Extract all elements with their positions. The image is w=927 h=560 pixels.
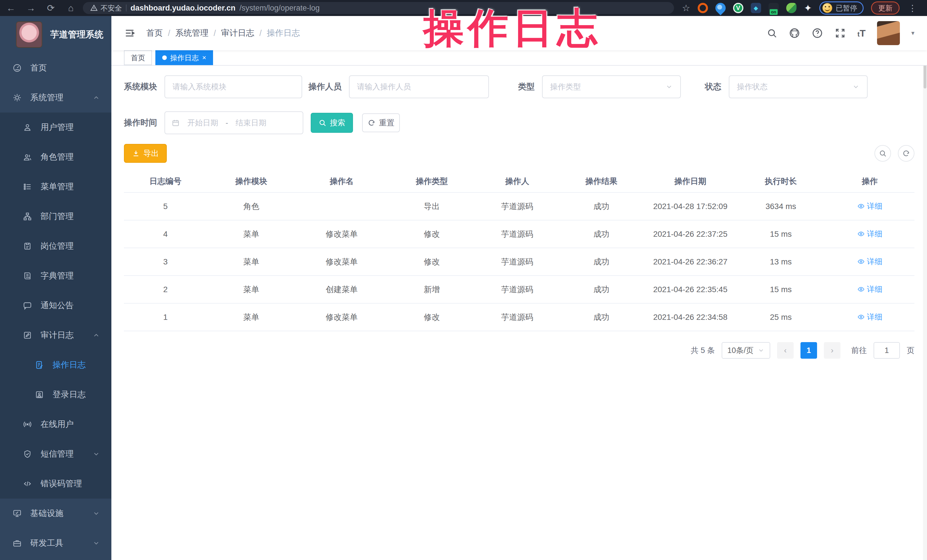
cell-operator: 芋道源码 <box>476 220 559 248</box>
sidebar-item-operate-log[interactable]: 操作日志 <box>0 350 111 380</box>
sidebar-item-infra[interactable]: 基础设施 <box>0 499 111 528</box>
tag-close-icon[interactable]: × <box>202 54 206 62</box>
operator-label: 操作人员 <box>308 81 342 93</box>
sidebar-item-label: 菜单管理 <box>41 181 74 193</box>
fullscreen-icon[interactable] <box>834 27 846 39</box>
detail-link[interactable]: 详细 <box>857 256 883 267</box>
sidebar-item-notices[interactable]: 通知公告 <box>0 291 111 320</box>
sidebar-logo[interactable]: 芋道管理系统 <box>0 16 111 53</box>
address-bar[interactable]: 不安全 dashboard.yudao.iocoder.cn /system/l… <box>83 2 674 14</box>
sidebar-item-menus[interactable]: 菜单管理 <box>0 172 111 202</box>
search-button[interactable]: 搜索 <box>311 113 353 133</box>
caret-down-icon[interactable]: ▾ <box>911 29 915 37</box>
page-1-button[interactable]: 1 <box>801 342 817 359</box>
sidebar-item-devtools[interactable]: 研发工具 <box>0 528 111 558</box>
reset-button[interactable]: 重置 <box>362 113 400 132</box>
status-select[interactable]: 操作状态 <box>729 75 868 98</box>
col-operator: 操作人 <box>476 170 559 193</box>
sidebar-item-home[interactable]: 首页 <box>0 53 111 83</box>
breadcrumb-home[interactable]: 首页 <box>146 27 163 39</box>
extension-leaf-icon[interactable] <box>786 3 796 13</box>
sidebar-item-roles[interactable]: 角色管理 <box>0 142 111 172</box>
extension-puzzle-icon[interactable]: ✦ <box>804 2 812 14</box>
extension-pin-icon[interactable] <box>713 1 728 15</box>
home-icon[interactable]: ⌂ <box>65 0 76 16</box>
cell-date: 2021-04-26 22:34:58 <box>644 303 737 331</box>
sidebar-item-audit-log[interactable]: 审计日志 <box>0 320 111 350</box>
hamburger-icon[interactable] <box>124 27 135 39</box>
bookmark-star-icon[interactable]: ☆ <box>682 3 690 14</box>
sidebar-item-label: 岗位管理 <box>41 240 74 252</box>
not-secure-warning[interactable]: 不安全 <box>90 3 122 13</box>
sidebar-item-departments[interactable]: 部门管理 <box>0 202 111 231</box>
download-icon <box>132 149 140 157</box>
eye-icon <box>857 313 865 321</box>
page-size-select[interactable]: 10条/页 <box>722 342 770 359</box>
forward-icon[interactable]: → <box>25 0 36 16</box>
type-select[interactable]: 操作类型 <box>542 75 681 98</box>
sidebar-item-login-log[interactable]: 登录日志 <box>0 380 111 410</box>
operator-input[interactable] <box>357 82 481 91</box>
time-label: 操作时间 <box>124 117 157 129</box>
module-input[interactable] <box>172 82 294 91</box>
breadcrumb-separator: / <box>214 29 216 38</box>
url-path: /system/log/operate-log <box>240 4 320 12</box>
sidebar-item-sms[interactable]: 短信管理 <box>0 439 111 469</box>
detail-link[interactable]: 详细 <box>857 312 883 322</box>
update-button[interactable]: 更新 <box>871 2 900 15</box>
pagination: 共 5 条 10条/页 ‹ 1 › 前往 页 <box>124 342 915 359</box>
browser-nav: ← → ⟳ ⌂ <box>5 0 76 16</box>
help-icon[interactable] <box>812 27 823 39</box>
next-page-button[interactable]: › <box>824 342 840 359</box>
extension-blocker-icon[interactable]: on <box>769 3 779 13</box>
detail-link[interactable]: 详细 <box>857 229 883 239</box>
cell-result: 成功 <box>559 220 644 248</box>
back-icon[interactable]: ← <box>5 0 17 16</box>
chat-icon <box>23 301 32 310</box>
breadcrumb-current: 操作日志 <box>267 27 300 39</box>
sidebar-item-posts[interactable]: 岗位管理 <box>0 231 111 261</box>
navbar-actions: tT ▾ <box>766 21 915 45</box>
tag-home[interactable]: 首页 <box>124 50 152 65</box>
detail-link[interactable]: 详细 <box>857 201 883 211</box>
gear-icon <box>12 93 22 102</box>
url-host: dashboard.yudao.iocoder.cn <box>131 4 236 12</box>
tag-operate-log[interactable]: 操作日志 × <box>155 50 213 65</box>
page-scrollbar[interactable] <box>923 16 927 560</box>
tags-bar: 首页 操作日志 × <box>111 50 927 66</box>
toggle-search-button[interactable] <box>874 145 891 162</box>
extension-orange-icon[interactable] <box>698 3 708 13</box>
col-action: 操作 <box>825 170 915 193</box>
range-separator: - <box>226 118 228 127</box>
table-row: 1 菜单 修改菜单 修改 芋道源码 成功 2021-04-26 22:34:58… <box>124 303 915 331</box>
extension-gem-icon[interactable]: ◆ <box>751 3 761 13</box>
refresh-table-button[interactable] <box>898 145 915 162</box>
prev-page-button[interactable]: ‹ <box>777 342 794 359</box>
sidebar-item-dicts[interactable]: 字典管理 <box>0 261 111 291</box>
breadcrumb-separator: / <box>259 29 261 38</box>
breadcrumb-audit[interactable]: 审计日志 <box>221 27 254 39</box>
eye-icon <box>857 258 865 265</box>
pagination-total: 共 5 条 <box>691 345 715 355</box>
date-range-picker[interactable]: 开始日期 - 结束日期 <box>164 111 303 134</box>
detail-link[interactable]: 详细 <box>857 284 883 294</box>
search-icon[interactable] <box>766 28 777 39</box>
menu-list-icon <box>23 182 32 191</box>
github-icon[interactable] <box>789 27 800 39</box>
sidebar-item-errcode[interactable]: 错误码管理 <box>0 469 111 499</box>
reload-icon[interactable]: ⟳ <box>45 0 56 16</box>
font-size-icon[interactable]: tT <box>857 28 866 39</box>
cell-type: 导出 <box>388 193 476 220</box>
avatar[interactable] <box>877 21 900 45</box>
sidebar-item-system[interactable]: 系统管理 <box>0 83 111 112</box>
cell-duration: 13 ms <box>737 248 825 276</box>
export-button[interactable]: 导出 <box>124 144 167 163</box>
sidebar-item-online-users[interactable]: 在线用户 <box>0 410 111 439</box>
search-button-label: 搜索 <box>330 118 345 128</box>
profile-paused-pill[interactable]: 已暂停 <box>819 2 863 15</box>
goto-page-input[interactable] <box>874 342 900 359</box>
browser-menu-icon[interactable]: ⋮ <box>908 3 917 13</box>
extension-v-icon[interactable]: V <box>733 3 743 13</box>
sidebar-item-users[interactable]: 用户管理 <box>0 112 111 142</box>
breadcrumb-system[interactable]: 系统管理 <box>175 27 208 39</box>
